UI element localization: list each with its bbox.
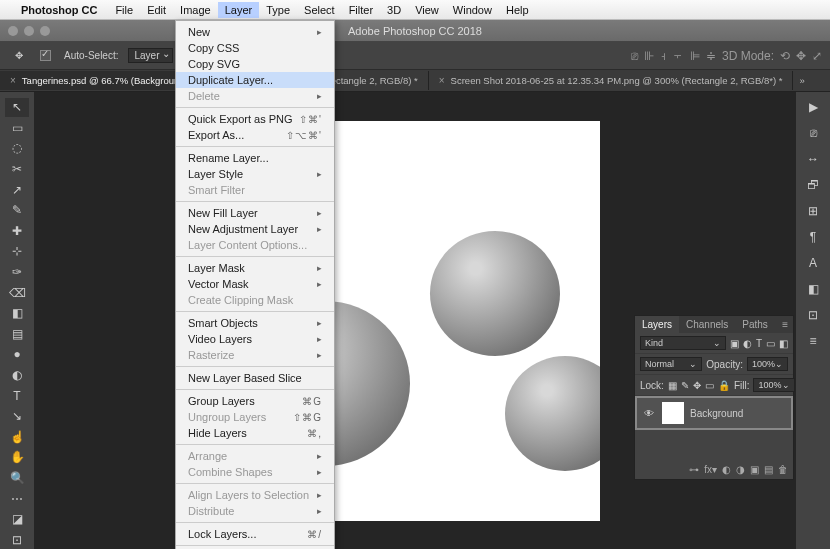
traffic-lights[interactable] [8, 26, 50, 36]
menu-item[interactable]: Copy SVG [176, 56, 334, 72]
menu-item[interactable]: Duplicate Layer... [176, 72, 334, 88]
menu-select[interactable]: Select [297, 2, 342, 18]
filter-shape-icon[interactable]: ▭ [766, 338, 775, 349]
tool-button[interactable]: ✋ [5, 448, 29, 467]
tool-button[interactable]: ✚ [5, 222, 29, 241]
close-tab-icon[interactable]: × [10, 75, 16, 86]
menu-item[interactable]: Video Layers [176, 331, 334, 347]
tool-button[interactable]: ✑ [5, 263, 29, 282]
panel-icon[interactable]: ⊡ [803, 306, 823, 324]
menu-item[interactable]: Layer Mask [176, 260, 334, 276]
tool-button[interactable]: ◪ [5, 510, 29, 529]
menu-item[interactable]: Lock Layers...⌘/ [176, 526, 334, 542]
tool-button[interactable]: ↘ [5, 407, 29, 426]
tab-layers[interactable]: Layers [635, 316, 679, 333]
panel-icon[interactable]: ◧ [803, 280, 823, 298]
panel-icon[interactable]: ▶ [803, 98, 823, 116]
menu-item[interactable]: New Adjustment Layer [176, 221, 334, 237]
menu-item[interactable]: New Layer Based Slice [176, 370, 334, 386]
tab-overflow-icon[interactable]: » [793, 75, 810, 86]
pan-icon[interactable]: ✥ [796, 49, 806, 63]
menu-item[interactable]: Layer Style [176, 166, 334, 182]
tool-button[interactable]: ● [5, 345, 29, 364]
mode-3d-icon[interactable]: 3D Mode: [722, 49, 774, 63]
minimize-icon[interactable] [24, 26, 34, 36]
lock-art-icon[interactable]: ▭ [705, 380, 714, 391]
tab-paths[interactable]: Paths [735, 316, 775, 333]
tool-button[interactable]: ⋯ [5, 489, 29, 508]
menu-3d[interactable]: 3D [380, 2, 408, 18]
align-icon[interactable]: ≑ [706, 49, 716, 63]
align-icon[interactable]: ⫟ [672, 49, 684, 63]
panel-icon[interactable]: ¶ [803, 228, 823, 246]
group-icon[interactable]: ▣ [750, 464, 759, 475]
menu-item[interactable]: Export As...⇧⌥⌘' [176, 127, 334, 143]
blend-mode-combo[interactable]: Normal⌄ [640, 357, 702, 371]
fill-input[interactable]: 100%⌄ [753, 378, 794, 392]
adjust-icon[interactable]: ◑ [736, 464, 745, 475]
lock-paint-icon[interactable]: ✎ [681, 380, 689, 391]
tab-channels[interactable]: Channels [679, 316, 735, 333]
app-name[interactable]: Photoshop CC [16, 2, 102, 18]
tool-button[interactable]: ◌ [5, 139, 29, 158]
align-icon[interactable]: ⊪ [644, 49, 654, 63]
menu-layer[interactable]: Layer [218, 2, 260, 18]
link-icon[interactable]: ⊶ [689, 464, 699, 475]
dolly-icon[interactable]: ⤢ [812, 49, 822, 63]
mask-icon[interactable]: ◐ [722, 464, 731, 475]
menu-view[interactable]: View [408, 2, 446, 18]
panel-icon[interactable]: ≡ [803, 332, 823, 350]
filter-kind-combo[interactable]: Kind⌄ [640, 336, 726, 350]
tool-button[interactable]: ☝ [5, 428, 29, 447]
auto-select-checkbox[interactable] [40, 50, 51, 61]
tool-button[interactable]: ⌫ [5, 283, 29, 302]
menu-file[interactable]: File [108, 2, 140, 18]
menu-help[interactable]: Help [499, 2, 536, 18]
layer-name[interactable]: Background [690, 408, 743, 419]
menu-item[interactable]: Rename Layer... [176, 150, 334, 166]
align-icon[interactable]: ⎚ [631, 49, 638, 63]
zoom-icon[interactable] [40, 26, 50, 36]
layer-thumbnail[interactable] [662, 402, 684, 424]
panel-icon[interactable]: 🗗 [803, 176, 823, 194]
panel-icon[interactable]: ⎚ [803, 124, 823, 142]
filter-adjust-icon[interactable]: ◐ [743, 338, 752, 349]
close-tab-icon[interactable]: × [439, 75, 445, 86]
tool-button[interactable]: ↖ [5, 98, 29, 117]
fx-icon[interactable]: fx▾ [704, 464, 717, 475]
menu-item[interactable]: Hide Layers⌘, [176, 425, 334, 441]
menu-window[interactable]: Window [446, 2, 499, 18]
menu-item[interactable]: New Fill Layer [176, 205, 334, 221]
orbit-icon[interactable]: ⟲ [780, 49, 790, 63]
menu-item[interactable]: Smart Objects [176, 315, 334, 331]
menu-item[interactable]: Copy CSS [176, 40, 334, 56]
document-tab[interactable]: ×Screen Shot 2018-06-25 at 12.35.34 PM.p… [429, 71, 794, 90]
tool-button[interactable]: 🔍 [5, 469, 29, 488]
menu-edit[interactable]: Edit [140, 2, 173, 18]
menu-item[interactable]: Group Layers⌘G [176, 393, 334, 409]
panel-icon[interactable]: A [803, 254, 823, 272]
lock-all-icon[interactable]: 🔒 [718, 380, 730, 391]
trash-icon[interactable]: 🗑 [778, 464, 788, 475]
panel-icon[interactable]: ⊞ [803, 202, 823, 220]
tool-button[interactable]: ⊡ [5, 530, 29, 549]
tool-button[interactable]: ▤ [5, 325, 29, 344]
move-tool-icon[interactable]: ✥ [8, 47, 30, 65]
auto-select-combo[interactable]: Layer [128, 48, 172, 63]
menu-item[interactable]: Quick Export as PNG⇧⌘' [176, 111, 334, 127]
lock-trans-icon[interactable]: ▦ [668, 380, 677, 391]
menu-type[interactable]: Type [259, 2, 297, 18]
lock-pos-icon[interactable]: ✥ [693, 380, 701, 391]
visibility-icon[interactable]: 👁 [642, 408, 656, 419]
filter-type-icon[interactable]: T [756, 338, 762, 349]
tool-button[interactable]: ↗ [5, 180, 29, 199]
tool-button[interactable]: ◧ [5, 304, 29, 323]
tool-button[interactable]: ✎ [5, 201, 29, 220]
tool-button[interactable]: ⊹ [5, 242, 29, 261]
panel-icon[interactable]: ↔ [803, 150, 823, 168]
tool-button[interactable]: T [5, 386, 29, 405]
panel-menu-icon[interactable]: ≡ [777, 316, 793, 333]
menu-image[interactable]: Image [173, 2, 218, 18]
align-icon[interactable]: ⫞ [660, 49, 666, 63]
align-icon[interactable]: ⊫ [690, 49, 700, 63]
